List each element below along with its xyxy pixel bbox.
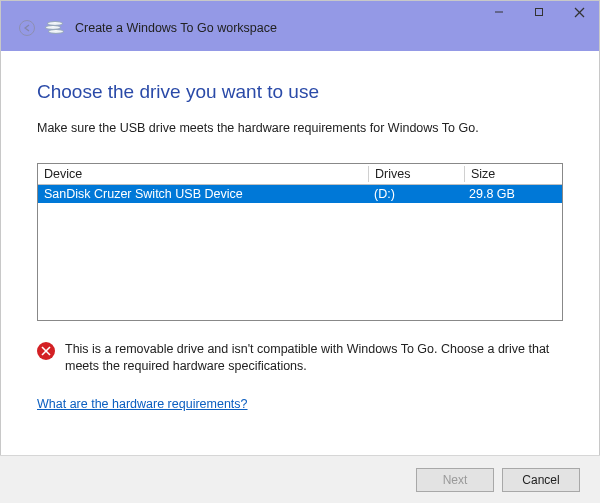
cell-drives: (D:) — [368, 185, 463, 203]
titlebar: Create a Windows To Go workspace — [1, 1, 599, 51]
windows-to-go-icon — [45, 21, 65, 35]
column-header-device[interactable]: Device — [38, 164, 368, 184]
column-header-drives[interactable]: Drives — [369, 164, 464, 184]
warning-message: This is a removable drive and isn't comp… — [37, 341, 563, 375]
instruction-text: Make sure the USB drive meets the hardwa… — [37, 121, 563, 135]
warning-text: This is a removable drive and isn't comp… — [65, 341, 563, 375]
cell-device: SanDisk Cruzer Switch USB Device — [38, 185, 368, 203]
content-area: Choose the drive you want to use Make su… — [1, 51, 599, 411]
window-controls — [479, 1, 599, 23]
next-button: Next — [416, 468, 494, 492]
error-icon — [37, 342, 55, 360]
minimize-button[interactable] — [479, 1, 519, 23]
window-title: Create a Windows To Go workspace — [75, 21, 277, 35]
drive-list-row-selected[interactable]: SanDisk Cruzer Switch USB Device (D:) 29… — [38, 185, 562, 203]
cancel-button[interactable]: Cancel — [502, 468, 580, 492]
cell-size: 29.8 GB — [463, 185, 562, 203]
close-button[interactable] — [559, 1, 599, 23]
drive-list-header: Device Drives Size — [38, 164, 562, 185]
hardware-requirements-link[interactable]: What are the hardware requirements? — [37, 397, 248, 411]
column-header-size[interactable]: Size — [465, 164, 562, 184]
maximize-button[interactable] — [519, 1, 559, 23]
back-button — [19, 20, 35, 36]
svg-rect-1 — [536, 9, 543, 16]
page-heading: Choose the drive you want to use — [37, 81, 563, 103]
wizard-footer: Next Cancel — [0, 455, 600, 503]
drive-list[interactable]: Device Drives Size SanDisk Cruzer Switch… — [37, 163, 563, 321]
